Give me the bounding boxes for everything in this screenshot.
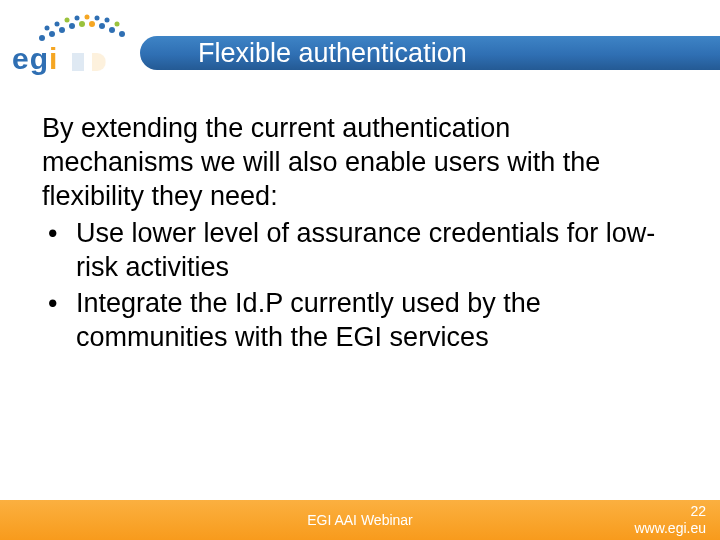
svg-point-15 <box>105 18 110 23</box>
svg-point-11 <box>65 18 70 23</box>
svg-point-13 <box>85 15 90 20</box>
svg-point-10 <box>55 22 60 27</box>
page-number: 22 <box>634 503 706 520</box>
svg-point-4 <box>79 21 85 27</box>
svg-point-3 <box>69 23 75 29</box>
svg-point-7 <box>109 27 115 33</box>
slide-footer: EGI AAI Webinar 22 www.egi.eu <box>0 500 720 540</box>
svg-point-8 <box>119 31 125 37</box>
svg-point-12 <box>75 16 80 21</box>
svg-point-9 <box>45 26 50 31</box>
logo-dots-icon <box>32 12 142 46</box>
slide-header: Flexible authentication egi <box>0 12 720 70</box>
intro-text: By extending the current authentication … <box>42 112 666 213</box>
logo-letter-g: g <box>30 42 49 75</box>
svg-point-0 <box>39 35 45 41</box>
svg-point-14 <box>95 16 100 21</box>
logo-letter-e: e <box>12 42 30 75</box>
footer-center: EGI AAI Webinar <box>307 512 413 528</box>
footer-url: www.egi.eu <box>634 520 706 537</box>
slide: Flexible authentication egi By extending… <box>0 0 720 540</box>
svg-point-6 <box>99 23 105 29</box>
footer-right: 22 www.egi.eu <box>634 503 706 537</box>
svg-point-16 <box>115 22 120 27</box>
bullet-list: Use lower level of assurance credentials… <box>42 217 666 354</box>
title-bar: Flexible authentication <box>140 36 720 70</box>
svg-point-5 <box>89 21 95 27</box>
svg-point-1 <box>49 31 55 37</box>
svg-point-2 <box>59 27 65 33</box>
logo-text: egi <box>12 42 106 76</box>
egi-logo: egi <box>4 12 154 76</box>
list-item: Use lower level of assurance credentials… <box>42 217 666 285</box>
list-item: Integrate the Id.P currently used by the… <box>42 287 666 355</box>
slide-body: By extending the current authentication … <box>42 112 666 354</box>
slide-title: Flexible authentication <box>140 36 720 70</box>
logo-letter-i: i <box>49 42 58 75</box>
